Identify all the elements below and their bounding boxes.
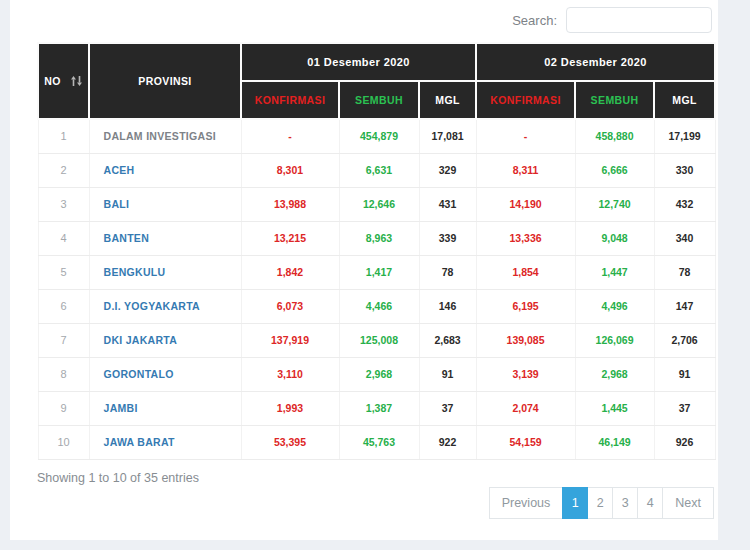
next-button[interactable]: Next	[662, 487, 714, 519]
column-header-sembuh-1: SEMBUH	[339, 81, 419, 119]
column-header-mgl-1: MGL	[419, 81, 476, 119]
konfirmasi-value-date2: 3,139	[476, 357, 575, 391]
konfirmasi-value-date1: 13,988	[241, 187, 339, 221]
konfirmasi-value-date1: 1,842	[241, 255, 339, 289]
province-label: DALAM INVESTIGASI	[104, 130, 216, 142]
sembuh-value-date1: 125,008	[339, 323, 419, 357]
mgl-value-date2: 37	[654, 391, 715, 425]
sembuh-value-date2: 1,445	[575, 391, 654, 425]
konfirmasi-value-date1: 1,993	[241, 391, 339, 425]
mgl-value-date1: 339	[419, 221, 476, 255]
mgl-value-date2: 91	[654, 357, 715, 391]
province-cell: BENGKULU	[89, 255, 241, 289]
sembuh-value-date2: 9,048	[575, 221, 654, 255]
table-row: 4BANTEN13,2158,96333913,3369,048340	[38, 221, 715, 255]
no-header-label: NO	[44, 75, 61, 87]
page-button-1[interactable]: 1	[562, 487, 588, 519]
pagination: Previous1234Next	[490, 487, 714, 519]
sembuh-value-date2: 126,069	[575, 323, 654, 357]
mgl-value-date2: 2,706	[654, 323, 715, 357]
konfirmasi-value-date1: 8,301	[241, 153, 339, 187]
column-header-provinsi: PROVINSI	[89, 43, 241, 119]
table-row: 5BENGKULU1,8421,417781,8541,44778	[38, 255, 715, 289]
row-number: 8	[38, 357, 89, 391]
mgl-value-date2: 432	[654, 187, 715, 221]
sembuh-value-date1: 1,417	[339, 255, 419, 289]
konfirmasi-value-date2: 54,159	[476, 425, 575, 459]
column-header-no[interactable]: NO	[38, 43, 89, 119]
page-button-3[interactable]: 3	[612, 487, 638, 519]
province-cell: BALI	[89, 187, 241, 221]
konfirmasi-value-date2: -	[476, 119, 575, 153]
sembuh-value-date2: 458,880	[575, 119, 654, 153]
sembuh-value-date1: 45,763	[339, 425, 419, 459]
province-link[interactable]: DKI JAKARTA	[104, 334, 178, 346]
mgl-value-date1: 922	[419, 425, 476, 459]
page-button-4[interactable]: 4	[637, 487, 663, 519]
search-input[interactable]	[566, 7, 712, 33]
konfirmasi-value-date1: 3,110	[241, 357, 339, 391]
row-number: 6	[38, 289, 89, 323]
content-panel: Search: NO	[10, 0, 718, 540]
row-number: 1	[38, 119, 89, 153]
konfirmasi-value-date2: 13,336	[476, 221, 575, 255]
table-body: 1DALAM INVESTIGASI-454,87917,081-458,880…	[38, 119, 715, 459]
page-button-2[interactable]: 2	[587, 487, 613, 519]
mgl-value-date2: 330	[654, 153, 715, 187]
konfirmasi-value-date1: 137,919	[241, 323, 339, 357]
province-link[interactable]: D.I. YOGYAKARTA	[104, 300, 201, 312]
row-number: 5	[38, 255, 89, 289]
konfirmasi-value-date1: 6,073	[241, 289, 339, 323]
konfirmasi-value-date1: 13,215	[241, 221, 339, 255]
entries-info: Showing 1 to 10 of 35 entries	[37, 471, 199, 485]
konfirmasi-value-date2: 1,854	[476, 255, 575, 289]
sembuh-value-date2: 4,496	[575, 289, 654, 323]
sembuh-value-date2: 46,149	[575, 425, 654, 459]
province-link[interactable]: BANTEN	[104, 232, 150, 244]
mgl-value-date1: 146	[419, 289, 476, 323]
mgl-value-date2: 17,199	[654, 119, 715, 153]
table-row: 10JAWA BARAT53,39545,76392254,15946,1499…	[38, 425, 715, 459]
previous-button[interactable]: Previous	[489, 487, 564, 519]
mgl-value-date2: 147	[654, 289, 715, 323]
province-link[interactable]: JAWA BARAT	[104, 436, 175, 448]
search-label: Search:	[512, 13, 557, 28]
mgl-value-date1: 329	[419, 153, 476, 187]
sembuh-value-date1: 454,879	[339, 119, 419, 153]
data-table-wrap: NO PROVINSI 01 Desember 2020 02 Desember…	[37, 42, 714, 460]
province-link[interactable]: BALI	[104, 198, 130, 210]
sembuh-value-date1: 8,963	[339, 221, 419, 255]
mgl-value-date1: 37	[419, 391, 476, 425]
mgl-value-date1: 2,683	[419, 323, 476, 357]
province-cell: DALAM INVESTIGASI	[89, 119, 241, 153]
province-cell: GORONTALO	[89, 357, 241, 391]
konfirmasi-value-date1: -	[241, 119, 339, 153]
row-number: 7	[38, 323, 89, 357]
mgl-value-date1: 431	[419, 187, 476, 221]
column-header-mgl-2: MGL	[654, 81, 715, 119]
province-cell: BANTEN	[89, 221, 241, 255]
province-cell: DKI JAKARTA	[89, 323, 241, 357]
table-row: 9JAMBI1,9931,387372,0741,44537	[38, 391, 715, 425]
mgl-value-date2: 340	[654, 221, 715, 255]
mgl-value-date1: 91	[419, 357, 476, 391]
sort-icon	[70, 75, 83, 87]
konfirmasi-value-date2: 6,195	[476, 289, 575, 323]
province-link[interactable]: JAMBI	[104, 402, 138, 414]
column-group-date1: 01 Desember 2020	[241, 43, 476, 81]
table-row: 7DKI JAKARTA137,919125,0082,683139,08512…	[38, 323, 715, 357]
column-group-date2: 02 Desember 2020	[476, 43, 715, 81]
mgl-value-date1: 78	[419, 255, 476, 289]
table-row: 3BALI13,98812,64643114,19012,740432	[38, 187, 715, 221]
row-number: 2	[38, 153, 89, 187]
province-link[interactable]: BENGKULU	[104, 266, 166, 278]
province-link[interactable]: GORONTALO	[104, 368, 174, 380]
sembuh-value-date1: 4,466	[339, 289, 419, 323]
province-link[interactable]: ACEH	[104, 164, 135, 176]
data-table: NO PROVINSI 01 Desember 2020 02 Desember…	[37, 42, 716, 460]
search-bar: Search:	[512, 7, 712, 33]
sembuh-value-date2: 6,666	[575, 153, 654, 187]
column-header-konfirmasi-2: KONFIRMASI	[476, 81, 575, 119]
column-header-konfirmasi-1: KONFIRMASI	[241, 81, 339, 119]
row-number: 3	[38, 187, 89, 221]
